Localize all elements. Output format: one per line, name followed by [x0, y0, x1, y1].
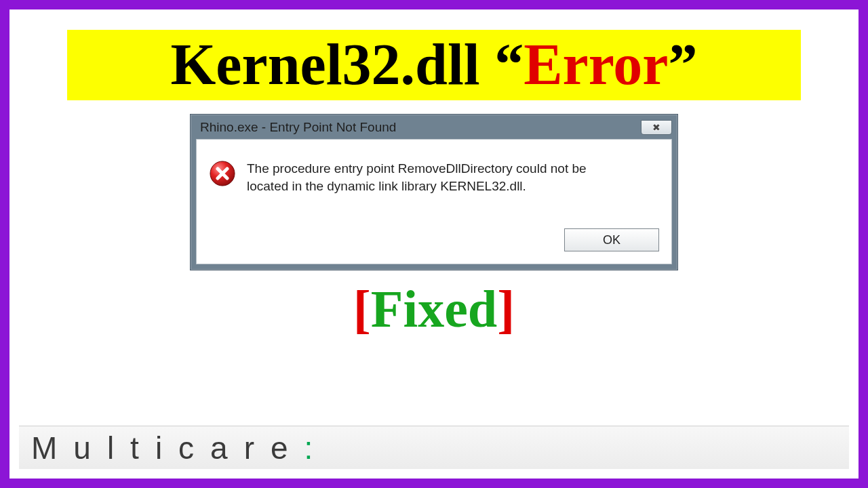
brand-colon: :: [304, 430, 330, 466]
dialog-title: Rhino.exe - Entry Point Not Found: [200, 120, 396, 135]
headline-banner: Kernel32.dll “Error”: [67, 30, 801, 100]
headline-kernel: Kernel32.dll: [170, 32, 494, 97]
dialog-body: The procedure entry point RemoveDllDirec…: [196, 139, 672, 264]
dialog-message: The procedure entry point RemoveDllDirec…: [247, 160, 627, 195]
dialog-titlebar: Rhino.exe - Entry Point Not Found ✖: [196, 120, 672, 139]
fixed-bracket-close: ]: [497, 279, 515, 338]
button-row: OK: [209, 195, 659, 251]
close-button[interactable]: ✖: [641, 120, 672, 135]
headline-error: Error: [524, 32, 668, 97]
close-icon: ✖: [652, 122, 660, 133]
headline-quote-open: “: [494, 32, 524, 97]
error-dialog: Rhino.exe - Entry Point Not Found ✖: [190, 114, 678, 270]
brand-strip: Multicare:: [19, 426, 849, 469]
fixed-caption: [Fixed]: [9, 283, 859, 336]
thumbnail-frame: Kernel32.dll “Error” Rhino.exe - Entry P…: [0, 0, 868, 488]
error-icon: [209, 160, 236, 187]
dialog-area: Rhino.exe - Entry Point Not Found ✖: [9, 114, 859, 270]
headline-quote-close: ”: [669, 32, 698, 97]
ok-button-label: OK: [603, 233, 620, 247]
ok-button[interactable]: OK: [564, 228, 659, 251]
headline-text: Kernel32.dll “Error”: [67, 35, 801, 94]
message-row: The procedure entry point RemoveDllDirec…: [209, 160, 659, 195]
fixed-bracket-open: [: [353, 279, 371, 338]
brand-name: Multicare: [31, 430, 304, 466]
fixed-word: Fixed: [371, 279, 497, 338]
